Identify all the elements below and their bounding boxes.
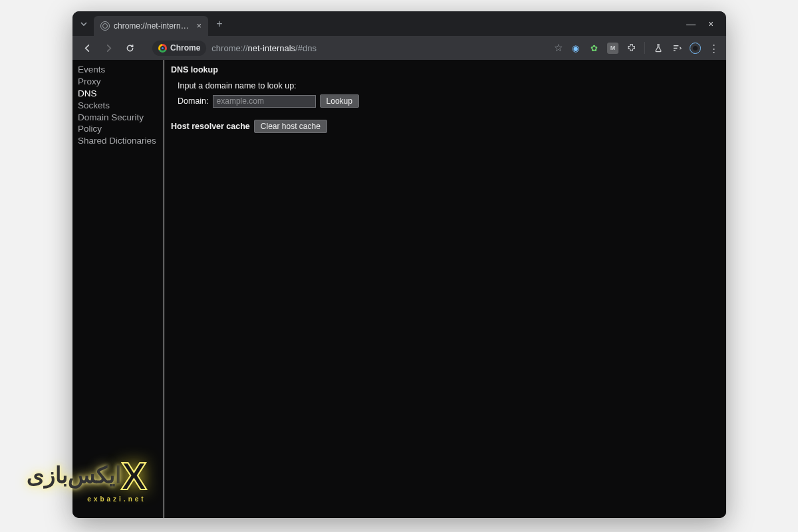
extensions-puzzle-icon[interactable] [626,43,637,54]
sidebar-item-dns[interactable]: DNS [72,88,164,100]
extension-icon-2[interactable]: ✿ [589,43,600,54]
globe-icon [100,21,110,31]
page-content: Events Proxy DNS Sockets Domain Security… [72,60,726,518]
sidebar-item-sockets[interactable]: Sockets [72,100,164,112]
extension-icon-1[interactable]: ◉ [570,43,581,54]
sidebar: Events Proxy DNS Sockets Domain Security… [72,60,164,518]
address-chip-label: Chrome [170,43,200,53]
section-heading-host-resolver-cache: Host resolver cache [171,122,250,131]
browser-tab[interactable]: chrome://net-internals/#dns × [94,16,208,36]
close-window-button[interactable]: × [705,19,717,29]
sidebar-item-shared-dictionaries[interactable]: Shared Dictionaries [72,135,164,147]
sidebar-item-domain-security-policy[interactable]: Domain Security Policy [72,112,164,135]
tab-title: chrome://net-internals/#dns [114,21,192,31]
domain-label: Domain: [178,96,209,106]
watermark-logo: ایکس‌بازیX exbazi.net [27,454,146,503]
toolbar: Chrome chrome://net-internals/#dns ☆ ◉ ✿… [72,36,726,60]
bookmark-star-icon[interactable]: ☆ [554,42,563,54]
new-tab-button[interactable]: + [211,15,228,33]
reload-button[interactable] [122,40,138,56]
back-button[interactable] [79,40,95,56]
address-bar[interactable]: chrome://net-internals/#dns [211,43,317,53]
sidebar-item-events[interactable]: Events [72,64,164,76]
extension-icon-3[interactable]: M [607,43,618,54]
close-tab-icon[interactable]: × [196,21,201,31]
toolbar-divider [644,42,645,54]
clear-host-cache-button[interactable]: Clear host cache [254,120,327,133]
tab-search-button[interactable] [76,17,91,31]
sidebar-item-proxy[interactable]: Proxy [72,76,164,88]
address-chip[interactable]: Chrome [152,41,206,56]
window-controls: — × [685,19,726,29]
domain-input[interactable] [213,95,316,108]
minimize-button[interactable]: — [685,19,697,29]
main-panel: DNS lookup Input a domain name to look u… [164,60,726,518]
kebab-menu-icon[interactable]: ⋮ [708,43,720,54]
chrome-icon [158,44,167,53]
browser-window: chrome://net-internals/#dns × + — × Chro… [72,11,726,518]
labs-flask-icon[interactable] [652,43,664,54]
lookup-button[interactable]: Lookup [320,94,359,108]
forward-button[interactable] [100,40,116,56]
profile-avatar-icon[interactable] [690,43,701,54]
instruction-text: Input a domain name to look up: [178,81,720,90]
tab-strip: chrome://net-internals/#dns × + — × [72,11,726,36]
media-control-icon[interactable] [671,43,682,54]
section-heading-dns-lookup: DNS lookup [171,65,720,74]
